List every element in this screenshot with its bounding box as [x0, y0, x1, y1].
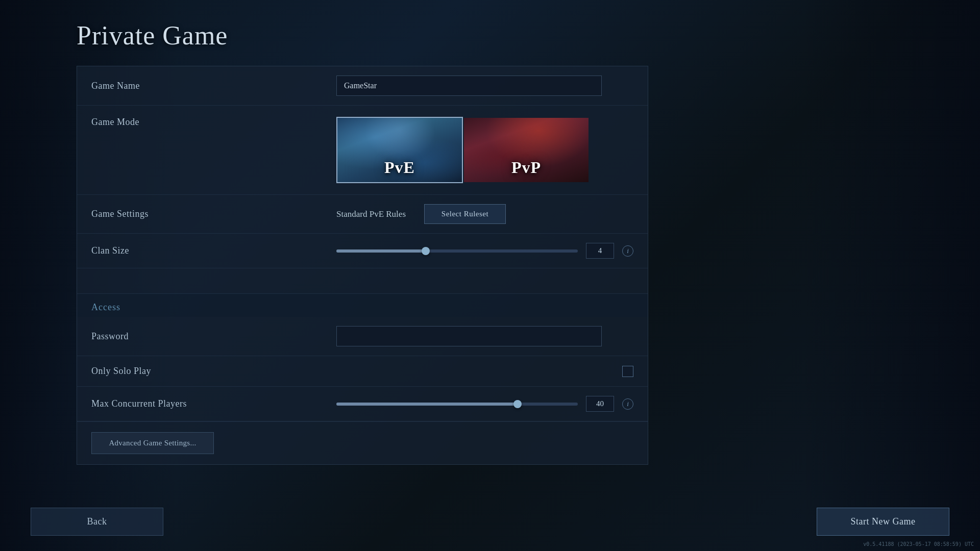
- ruleset-text: Standard PvE Rules: [336, 209, 406, 219]
- max-players-value-container: 40 i: [336, 396, 633, 412]
- password-label: Password: [91, 331, 336, 342]
- form-panel: Game Name Game Mode PvE PvP: [77, 66, 648, 465]
- clan-size-track[interactable]: [336, 249, 578, 253]
- password-value-container: [336, 326, 633, 346]
- max-players-label: Max Concurrent Players: [91, 398, 336, 409]
- mode-card-pvp[interactable]: PvP: [463, 117, 590, 183]
- access-title: Access: [91, 302, 633, 313]
- solo-play-value-container: [336, 366, 633, 377]
- game-mode-label: Game Mode: [91, 117, 336, 128]
- password-row: Password: [77, 317, 648, 356]
- clan-size-value-container: 4 i: [336, 243, 633, 259]
- max-players-row: Max Concurrent Players 40 i: [77, 387, 648, 421]
- bottom-bar: Back Start New Game: [0, 508, 980, 551]
- page-title: Private Game: [77, 20, 817, 51]
- max-players-value: 40: [586, 396, 614, 412]
- game-name-row: Game Name: [77, 66, 648, 106]
- start-new-game-button[interactable]: Start New Game: [817, 508, 949, 536]
- max-players-info-icon[interactable]: i: [622, 398, 633, 410]
- clan-size-row: Clan Size 4 i: [77, 234, 648, 268]
- advanced-settings-button[interactable]: Advanced Game Settings...: [91, 432, 214, 454]
- version-label: v0.5.41188 (2023-05-17 08:58:59) UTC: [863, 541, 974, 547]
- solo-play-checkbox[interactable]: [622, 366, 633, 377]
- spacer: [77, 268, 648, 294]
- max-players-track[interactable]: [336, 403, 578, 406]
- game-mode-row: Game Mode PvE PvP: [77, 106, 648, 195]
- main-container: Private Game Game Name Game Mode PvE: [0, 0, 980, 551]
- pvp-label: PvP: [464, 158, 589, 177]
- clan-size-info-icon[interactable]: i: [622, 245, 633, 257]
- mode-card-pve[interactable]: PvE: [336, 117, 463, 183]
- clan-size-value: 4: [586, 243, 614, 259]
- game-settings-label: Game Settings: [91, 209, 336, 219]
- max-players-slider-container: 40 i: [336, 396, 633, 412]
- max-players-thumb[interactable]: [513, 400, 522, 408]
- game-settings-row: Game Settings Standard PvE Rules Select …: [77, 195, 648, 234]
- back-button[interactable]: Back: [31, 508, 163, 536]
- solo-play-row: Only Solo Play: [77, 356, 648, 387]
- clan-size-thumb[interactable]: [422, 247, 430, 255]
- clan-size-slider-container: 4 i: [336, 243, 633, 259]
- access-section-header: Access: [77, 294, 648, 317]
- advanced-settings-row: Advanced Game Settings...: [77, 421, 648, 464]
- pve-label: PvE: [337, 158, 462, 177]
- solo-play-label: Only Solo Play: [91, 366, 336, 377]
- mode-cards: PvE PvP: [336, 117, 590, 183]
- password-input[interactable]: [336, 326, 602, 346]
- game-mode-value-container: PvE PvP: [336, 117, 633, 183]
- clan-size-label: Clan Size: [91, 245, 336, 256]
- game-settings-value-container: Standard PvE Rules Select Ruleset: [336, 204, 633, 224]
- game-name-input[interactable]: [336, 76, 602, 96]
- clan-size-fill: [336, 249, 426, 253]
- game-name-value-container: [336, 76, 633, 96]
- game-name-label: Game Name: [91, 81, 336, 91]
- max-players-fill: [336, 403, 518, 406]
- select-ruleset-button[interactable]: Select Ruleset: [424, 204, 506, 224]
